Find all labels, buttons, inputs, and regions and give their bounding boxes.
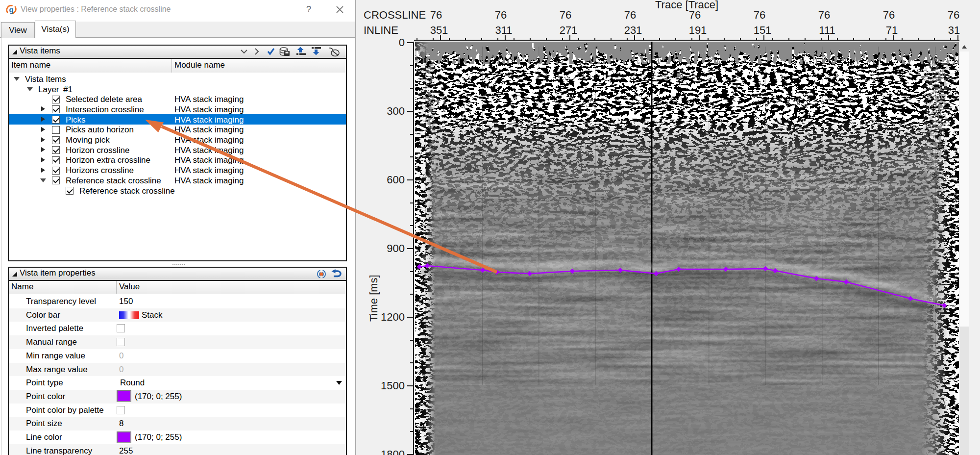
svg-text:g: g — [9, 5, 13, 14]
